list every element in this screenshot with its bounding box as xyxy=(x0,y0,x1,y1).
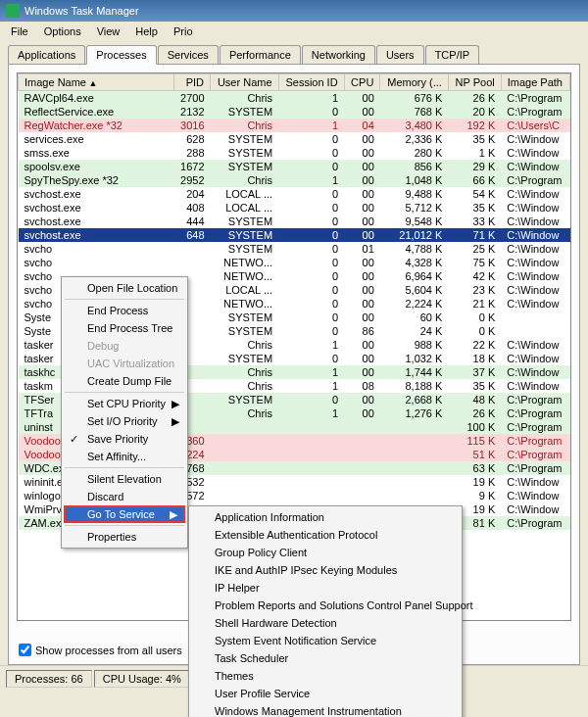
table-cell: NETWO... xyxy=(211,269,279,283)
table-cell: 00 xyxy=(344,187,380,201)
table-cell xyxy=(211,461,279,475)
table-cell: 5,712 K xyxy=(380,201,449,215)
table-row[interactable]: services.exe628SYSTEM0002,336 K35 KC:\Wi… xyxy=(19,132,570,146)
menu-item[interactable]: Properties xyxy=(64,528,185,546)
table-row[interactable]: ReflectService.exe2132SYSTEM000768 K20 K… xyxy=(19,105,570,119)
table-cell: svchost.exe xyxy=(19,228,174,242)
table-row[interactable]: svchost.exe648SYSTEM00021,012 K71 KC:\Wi… xyxy=(19,228,570,242)
menu-item[interactable]: End Process xyxy=(64,302,185,319)
table-cell: 00 xyxy=(344,365,380,379)
table-cell xyxy=(278,475,344,489)
submenu-item[interactable]: IP Helper xyxy=(191,579,460,597)
table-cell: 00 xyxy=(344,105,380,119)
table-cell: 00 xyxy=(344,393,380,406)
tab-applications[interactable]: Applications xyxy=(8,45,85,64)
table-cell: Chris xyxy=(211,338,279,352)
table-row[interactable]: spoolsv.exe1672SYSTEM000856 K29 KC:\Wind… xyxy=(19,160,570,173)
table-row[interactable]: svchost.exe408LOCAL ...0005,712 K35 KC:\… xyxy=(19,201,570,215)
table-cell: SYSTEM xyxy=(211,215,279,228)
submenu-item[interactable]: User Profile Service xyxy=(191,685,460,702)
tab-processes[interactable]: Processes xyxy=(86,45,156,65)
col-header[interactable]: CPU xyxy=(344,74,380,91)
menu-help[interactable]: Help xyxy=(128,24,165,39)
table-cell: 280 K xyxy=(380,146,449,160)
table-cell: C:\Window xyxy=(501,475,569,489)
menu-item[interactable]: Go To Service▶ xyxy=(64,505,185,523)
tab-tcpip[interactable]: TCP/IP xyxy=(425,45,479,64)
table-cell: 1 xyxy=(278,338,344,352)
tab-services[interactable]: Services xyxy=(158,45,219,64)
table-cell: 04 xyxy=(344,119,380,132)
table-row[interactable]: RegWatcher.exe *323016Chris1043,480 K192… xyxy=(19,119,570,132)
table-cell xyxy=(278,434,344,448)
submenu-item[interactable]: Application Information xyxy=(191,508,460,526)
menu-item[interactable]: Create Dump File xyxy=(64,372,185,390)
submenu-item[interactable]: Windows Management Instrumentation xyxy=(191,702,460,717)
table-cell: C:\Window xyxy=(501,502,569,516)
col-header[interactable]: User Name xyxy=(211,74,279,91)
submenu-item[interactable]: Task Scheduler xyxy=(191,649,460,667)
show-all-users-row: Show processes from all users xyxy=(19,644,182,656)
menu-view[interactable]: View xyxy=(90,24,127,39)
table-cell: 988 K xyxy=(380,338,449,352)
table-cell xyxy=(344,420,380,434)
tab-performance[interactable]: Performance xyxy=(220,45,301,64)
table-cell: 00 xyxy=(344,269,380,283)
col-header[interactable]: Session ID xyxy=(278,74,344,91)
table-cell xyxy=(380,434,449,448)
table-cell: NETWO... xyxy=(211,256,279,269)
show-all-users-label: Show processes from all users xyxy=(35,645,182,656)
table-cell: NETWO... xyxy=(211,297,279,311)
submenu-services[interactable]: Application InformationExtensible Authen… xyxy=(188,505,463,717)
menu-separator xyxy=(65,525,184,526)
table-cell: C:\Window xyxy=(501,297,569,311)
menu-item[interactable]: Open File Location xyxy=(64,279,185,297)
table-cell: C:\Window xyxy=(501,379,569,393)
table-cell: C:\Program xyxy=(501,516,569,530)
menu-prio[interactable]: Prio xyxy=(167,24,200,39)
menu-item[interactable]: Set Affinity... xyxy=(64,448,185,465)
menu-options[interactable]: Options xyxy=(37,24,88,39)
col-header[interactable]: NP Pool xyxy=(448,74,501,91)
table-cell: C:\Window xyxy=(501,283,569,297)
col-header[interactable]: Memory (... xyxy=(380,74,449,91)
table-row[interactable]: svchost.exe204LOCAL ...0009,488 K54 KC:\… xyxy=(19,187,570,201)
menu-item[interactable]: Discard xyxy=(64,488,185,505)
menu-item[interactable]: Set I/O Priority▶ xyxy=(64,412,185,430)
table-row[interactable]: svchost.exe444SYSTEM0009,548 K33 KC:\Win… xyxy=(19,215,570,228)
submenu-item[interactable]: Group Policy Client xyxy=(191,544,460,561)
table-cell: 33 K xyxy=(448,215,501,228)
submenu-item[interactable]: Themes xyxy=(191,667,460,685)
table-cell: SYSTEM xyxy=(211,132,279,146)
menu-item[interactable]: Set CPU Priority▶ xyxy=(64,395,185,412)
submenu-item[interactable]: Shell Hardware Detection xyxy=(191,614,460,632)
table-row[interactable]: RAVCpl64.exe2700Chris100676 K26 KC:\Prog… xyxy=(19,91,570,106)
col-header[interactable]: Image Path xyxy=(501,74,569,91)
table-cell xyxy=(380,420,449,434)
table-cell: 2,224 K xyxy=(380,297,449,311)
table-cell: 2952 xyxy=(174,173,211,187)
context-menu[interactable]: Open File LocationEnd ProcessEnd Process… xyxy=(61,276,188,549)
col-header[interactable]: PID xyxy=(174,74,211,91)
menu-item[interactable]: End Process Tree xyxy=(64,319,185,337)
col-header[interactable]: Image Name ▲ xyxy=(19,74,174,91)
submenu-item[interactable]: Extensible Authentication Protocol xyxy=(191,526,460,544)
menu-file[interactable]: File xyxy=(4,24,35,39)
menu-item[interactable]: Save Priority✓ xyxy=(64,430,185,448)
tab-networking[interactable]: Networking xyxy=(302,45,375,64)
table-cell: 0 xyxy=(278,132,344,146)
menu-item[interactable]: Silent Elevation xyxy=(64,470,185,488)
submenu-item[interactable]: System Event Notification Service xyxy=(191,632,460,649)
tab-users[interactable]: Users xyxy=(376,45,424,64)
table-row[interactable]: svchoSYSTEM0014,788 K25 KC:\Window xyxy=(19,242,570,256)
table-cell: Chris xyxy=(211,379,279,393)
table-row[interactable]: SpyTheSpy.exe *322952Chris1001,048 K66 K… xyxy=(19,173,570,187)
submenu-item[interactable]: IKE and AuthIP IPsec Keying Modules xyxy=(191,561,460,579)
table-cell: 1,744 K xyxy=(380,365,449,379)
submenu-item[interactable]: Problem Reports and Solutions Control Pa… xyxy=(191,597,460,614)
table-cell xyxy=(380,448,449,461)
table-cell: C:\Window xyxy=(501,365,569,379)
table-row[interactable]: svchoNETWO...0004,328 K75 KC:\Window xyxy=(19,256,570,269)
table-row[interactable]: smss.exe288SYSTEM000280 K1 KC:\Window xyxy=(19,146,570,160)
show-all-users-checkbox[interactable] xyxy=(19,644,31,656)
